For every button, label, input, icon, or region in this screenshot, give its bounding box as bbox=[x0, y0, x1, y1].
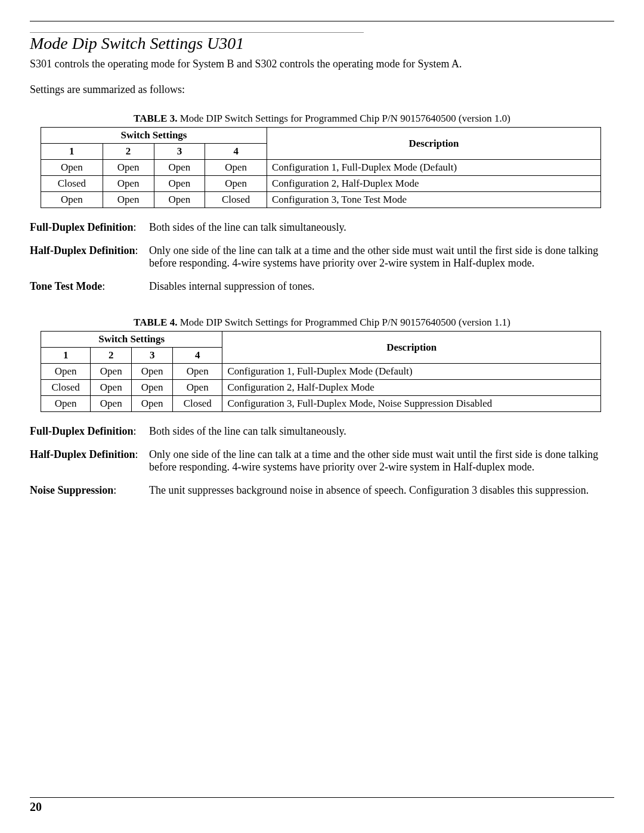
table3-caption: TABLE 3. Mode DIP Switch Settings for Pr… bbox=[30, 113, 614, 125]
def-term: Tone Test Mode: bbox=[30, 280, 149, 293]
page-number: 20 bbox=[30, 800, 614, 814]
cell: Open bbox=[173, 380, 222, 396]
page-footer: 20 bbox=[30, 797, 614, 814]
table4: Switch Settings Description 1 2 3 4 Open… bbox=[41, 331, 601, 412]
definitions-2: Full-Duplex Definition: Both sides of th… bbox=[30, 425, 614, 497]
section-heading: Mode Dip Switch Settings U301 bbox=[30, 34, 614, 53]
table4-switch-header: Switch Settings bbox=[41, 332, 222, 348]
table4-desc-header: Description bbox=[222, 332, 601, 364]
def-text: Disables internal suppression of tones. bbox=[149, 280, 614, 293]
def-text: Both sides of the line can talk simultan… bbox=[149, 221, 614, 234]
table4-col-1: 1 bbox=[41, 348, 91, 364]
cell: Open bbox=[132, 364, 173, 380]
cell: Open bbox=[103, 192, 154, 208]
cell: Closed bbox=[41, 380, 91, 396]
cell: Open bbox=[103, 160, 154, 176]
def-term: Full-Duplex Definition: bbox=[30, 425, 149, 438]
def-text: Both sides of the line can talk simultan… bbox=[149, 425, 614, 438]
def-row: Half-Duplex Definition: Only one side of… bbox=[30, 244, 614, 270]
def-text: The unit suppresses background noise in … bbox=[149, 484, 614, 497]
table3-col-3: 3 bbox=[154, 144, 205, 160]
table4-col-3: 3 bbox=[132, 348, 173, 364]
def-row: Full-Duplex Definition: Both sides of th… bbox=[30, 221, 614, 234]
def-term: Noise Suppression: bbox=[30, 484, 149, 497]
def-term-text: Full-Duplex Definition bbox=[30, 425, 134, 437]
table-row: Open Open Open Closed Configuration 3, F… bbox=[41, 396, 601, 412]
cell: Closed bbox=[173, 396, 222, 412]
table3-col-1: 1 bbox=[41, 144, 103, 160]
cell: Open bbox=[132, 380, 173, 396]
cell: Open bbox=[154, 176, 205, 192]
def-term-text: Full-Duplex Definition bbox=[30, 221, 134, 233]
cell: Open bbox=[154, 192, 205, 208]
cell-desc: Configuration 1, Full-Duplex Mode (Defau… bbox=[222, 364, 601, 380]
footer-rule bbox=[30, 797, 614, 798]
def-row: Full-Duplex Definition: Both sides of th… bbox=[30, 425, 614, 438]
cell: Open bbox=[41, 192, 103, 208]
table4-col-2: 2 bbox=[91, 348, 132, 364]
table-row: Open Open Open Open Configuration 1, Ful… bbox=[41, 160, 601, 176]
table-row: Open Open Open Open Configuration 1, Ful… bbox=[41, 364, 601, 380]
def-row: Tone Test Mode: Disables internal suppre… bbox=[30, 280, 614, 293]
cell: Open bbox=[205, 160, 267, 176]
table3-col-4: 4 bbox=[205, 144, 267, 160]
cell-desc: Configuration 2, Half-Duplex Mode bbox=[222, 380, 601, 396]
table-row: Closed Open Open Open Configuration 2, H… bbox=[41, 380, 601, 396]
cell: Open bbox=[132, 396, 173, 412]
def-term-text: Half-Duplex Definition bbox=[30, 244, 135, 256]
def-term-text: Half-Duplex Definition bbox=[30, 448, 135, 460]
cell: Open bbox=[205, 176, 267, 192]
cell: Open bbox=[41, 364, 91, 380]
table-row: Open Open Open Closed Configuration 3, T… bbox=[41, 192, 601, 208]
cell: Open bbox=[41, 396, 91, 412]
cell: Open bbox=[154, 160, 205, 176]
cell: Open bbox=[91, 396, 132, 412]
intro-paragraph: S301 controls the operating mode for Sys… bbox=[30, 58, 614, 70]
def-text: Only one side of the line can talk at a … bbox=[149, 244, 614, 270]
def-row: Noise Suppression: The unit suppresses b… bbox=[30, 484, 614, 497]
cell-desc: Configuration 3, Full-Duplex Mode, Noise… bbox=[222, 396, 601, 412]
table3-label: TABLE 3. bbox=[134, 113, 177, 124]
table4-label: TABLE 4. bbox=[134, 317, 177, 328]
cell-desc: Configuration 3, Tone Test Mode bbox=[267, 192, 601, 208]
cell: Open bbox=[173, 364, 222, 380]
def-text: Only one side of the line can talk at a … bbox=[149, 448, 614, 473]
table3-desc-header: Description bbox=[267, 128, 601, 160]
def-term: Half-Duplex Definition: bbox=[30, 244, 149, 270]
heading-rule bbox=[30, 32, 364, 33]
cell: Closed bbox=[205, 192, 267, 208]
def-term-text: Noise Suppression bbox=[30, 484, 113, 496]
summary-paragraph: Settings are summarized as follows: bbox=[30, 83, 614, 96]
definitions-1: Full-Duplex Definition: Both sides of th… bbox=[30, 221, 614, 293]
table3-switch-header: Switch Settings bbox=[41, 128, 267, 144]
def-row: Half-Duplex Definition: Only one side of… bbox=[30, 448, 614, 473]
table4-caption: TABLE 4. Mode DIP Switch Settings for Pr… bbox=[30, 317, 614, 329]
cell: Open bbox=[103, 176, 154, 192]
table3-col-2: 2 bbox=[103, 144, 154, 160]
top-rule bbox=[30, 21, 614, 21]
def-term-text: Tone Test Mode bbox=[30, 280, 102, 292]
table4-caption-text: Mode DIP Switch Settings for Programmed … bbox=[180, 317, 510, 328]
def-term: Full-Duplex Definition: bbox=[30, 221, 149, 234]
cell: Open bbox=[41, 160, 103, 176]
table4-col-4: 4 bbox=[173, 348, 222, 364]
cell: Open bbox=[91, 380, 132, 396]
cell-desc: Configuration 2, Half-Duplex Mode bbox=[267, 176, 601, 192]
table3: Switch Settings Description 1 2 3 4 Open… bbox=[41, 127, 601, 208]
cell: Closed bbox=[41, 176, 103, 192]
table-row: Closed Open Open Open Configuration 2, H… bbox=[41, 176, 601, 192]
table3-caption-text: Mode DIP Switch Settings for Programmed … bbox=[180, 113, 510, 124]
cell: Open bbox=[91, 364, 132, 380]
def-term: Half-Duplex Definition: bbox=[30, 448, 149, 473]
cell-desc: Configuration 1, Full-Duplex Mode (Defau… bbox=[267, 160, 601, 176]
